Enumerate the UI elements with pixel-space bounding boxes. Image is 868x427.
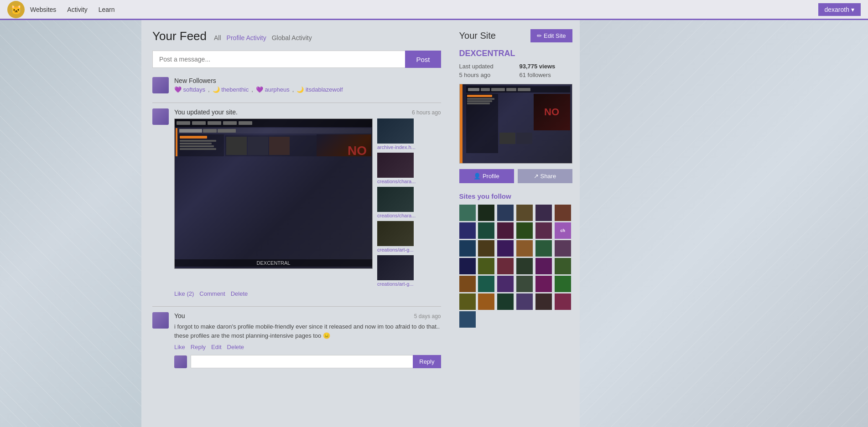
follow-thumb-19[interactable] xyxy=(478,258,494,274)
thumb-2: creations/chara... xyxy=(377,153,416,184)
follow-thumb-25[interactable] xyxy=(478,276,494,292)
site-update-actions: Like (2) Comment Delete xyxy=(174,290,441,297)
divider-2 xyxy=(152,306,441,307)
follow-thumb-36[interactable] xyxy=(459,311,476,328)
follower-thebenthic[interactable]: 🌙 thebenthic xyxy=(213,86,249,93)
follow-thumb-10[interactable] xyxy=(516,222,533,239)
follow-thumb-13[interactable] xyxy=(478,240,494,257)
post-button[interactable]: Post xyxy=(405,51,441,68)
thumb-img-1 xyxy=(377,118,414,144)
follow-thumb-26[interactable] xyxy=(497,276,514,292)
action-delete[interactable]: Delete xyxy=(231,290,248,297)
site-screenshot-label: DEXCENTRAL xyxy=(175,259,372,267)
follow-thumb-8[interactable] xyxy=(478,222,494,239)
follow-thumb-4[interactable] xyxy=(516,205,533,221)
your-site-label: Your Site xyxy=(459,31,496,41)
follower-aurpheus[interactable]: 💜 aurpheus xyxy=(256,86,290,93)
thumb-label-1[interactable]: archive-index.h... xyxy=(377,144,416,150)
reply-avatar xyxy=(174,355,187,368)
follow-thumb-20[interactable] xyxy=(497,258,514,274)
follower-itsdablazewolf[interactable]: 🌙 itsdablazewolf xyxy=(296,86,343,93)
action-like[interactable]: Like (2) xyxy=(174,290,194,297)
follow-thumb-1[interactable] xyxy=(459,205,476,221)
follow-thumb-30[interactable] xyxy=(459,293,476,310)
top-nav: 🐱 Websites Activity Learn dexaroth ▾ xyxy=(0,0,868,20)
nav-user-button[interactable]: dexaroth ▾ xyxy=(818,3,861,16)
site-update-content: You updated your site. 6 hours ago xyxy=(174,108,441,297)
reply-button[interactable]: Reply xyxy=(413,355,441,368)
feed-item-followers: New Followers 💜 softdays , 🌙 thebenthic … xyxy=(152,77,441,93)
follow-thumb-12[interactable] xyxy=(459,240,476,257)
follow-thumb-2[interactable] xyxy=(478,205,494,221)
you-post-avatar xyxy=(152,312,169,329)
site-preview-inner: NO xyxy=(460,84,572,163)
you-post-header: You 5 days ago xyxy=(174,312,441,319)
follow-thumb-18[interactable] xyxy=(459,258,476,274)
left-background xyxy=(0,20,141,427)
follow-thumb-29[interactable] xyxy=(555,276,571,292)
site-update-header: You updated your site. 6 hours ago xyxy=(174,108,441,116)
followers-list: 💜 softdays , 🌙 thebenthic , 💜 aurpheus ,… xyxy=(174,86,441,93)
site-stats: Last updated 93,775 views 5 hours ago 61… xyxy=(459,63,572,78)
thumb-img-3 xyxy=(377,187,414,212)
reply-input[interactable] xyxy=(191,355,413,368)
thumb-1: archive-index.h... xyxy=(377,118,416,150)
nav-websites[interactable]: Websites xyxy=(30,6,56,13)
tab-profile-activity[interactable]: Profile Activity xyxy=(227,34,266,41)
divider-1 xyxy=(152,103,441,103)
tab-all[interactable]: All xyxy=(214,34,221,41)
action-like-post[interactable]: Like xyxy=(174,344,185,350)
action-comment[interactable]: Comment xyxy=(199,290,225,297)
nav-learn[interactable]: Learn xyxy=(99,6,115,13)
sidebar-header: Your Site ✏ Edit Site xyxy=(459,29,572,42)
action-delete-post[interactable]: Delete xyxy=(227,344,244,350)
thumb-label-5[interactable]: creations/art-g... xyxy=(377,281,416,287)
follow-thumb-22[interactable] xyxy=(535,258,552,274)
feed-header: Your Feed All Profile Activity Global Ac… xyxy=(152,29,441,43)
follow-thumb-chottable[interactable]: ch xyxy=(555,222,571,239)
edit-site-button[interactable]: ✏ Edit Site xyxy=(530,29,572,42)
feed-area: Your Feed All Profile Activity Global Ac… xyxy=(141,20,452,427)
site-screenshot: NO xyxy=(174,118,373,269)
follow-thumb-6[interactable] xyxy=(555,205,571,221)
thumb-3: creations/chara... xyxy=(377,187,416,218)
post-box: Post xyxy=(152,51,441,68)
tab-global-activity[interactable]: Global Activity xyxy=(272,34,312,41)
follow-thumb-34[interactable] xyxy=(535,293,552,310)
follower-softdays[interactable]: 💜 softdays xyxy=(174,86,205,93)
follow-thumb-11[interactable] xyxy=(535,222,552,239)
thumb-img-2 xyxy=(377,153,414,178)
follow-thumb-21[interactable] xyxy=(516,258,533,274)
thumb-label-4[interactable]: creations/art-g... xyxy=(377,247,416,252)
thumb-label-3[interactable]: creations/chara... xyxy=(377,213,416,218)
follow-thumb-23[interactable] xyxy=(555,258,571,274)
follow-thumb-3[interactable] xyxy=(497,205,514,221)
views-val: 93,775 views xyxy=(520,63,572,70)
post-input[interactable] xyxy=(152,51,405,68)
action-reply-post[interactable]: Reply xyxy=(191,344,206,350)
follow-thumb-14[interactable] xyxy=(497,240,514,257)
action-edit-post[interactable]: Edit xyxy=(211,344,221,350)
follow-thumb-16[interactable] xyxy=(535,240,552,257)
follow-thumb-24[interactable] xyxy=(459,276,476,292)
follow-thumb-17[interactable] xyxy=(555,240,571,257)
follow-thumb-35[interactable] xyxy=(555,293,571,310)
follow-thumb-7[interactable] xyxy=(459,222,476,239)
feed-tabs: All Profile Activity Global Activity xyxy=(214,34,312,41)
thumb-label-2[interactable]: creations/chara... xyxy=(377,179,416,184)
nav-activity[interactable]: Activity xyxy=(67,6,87,13)
profile-button[interactable]: 👤 Profile xyxy=(459,169,514,183)
follow-thumb-9[interactable] xyxy=(497,222,514,239)
site-update-title: You updated your site. xyxy=(174,108,238,116)
follow-thumb-15[interactable] xyxy=(516,240,533,257)
follow-thumb-5[interactable] xyxy=(535,205,552,221)
follow-thumb-28[interactable] xyxy=(535,276,552,292)
share-button[interactable]: ↗ Share xyxy=(518,169,572,183)
nav-links: Websites Activity Learn xyxy=(30,6,818,13)
follow-thumb-32[interactable] xyxy=(497,293,514,310)
site-update-body: NO xyxy=(174,118,441,287)
follow-thumb-27[interactable] xyxy=(516,276,533,292)
follow-thumb-31[interactable] xyxy=(478,293,494,310)
follow-thumb-33[interactable] xyxy=(516,293,533,310)
you-post-content: You 5 days ago i forgot to make daron's … xyxy=(174,312,441,368)
